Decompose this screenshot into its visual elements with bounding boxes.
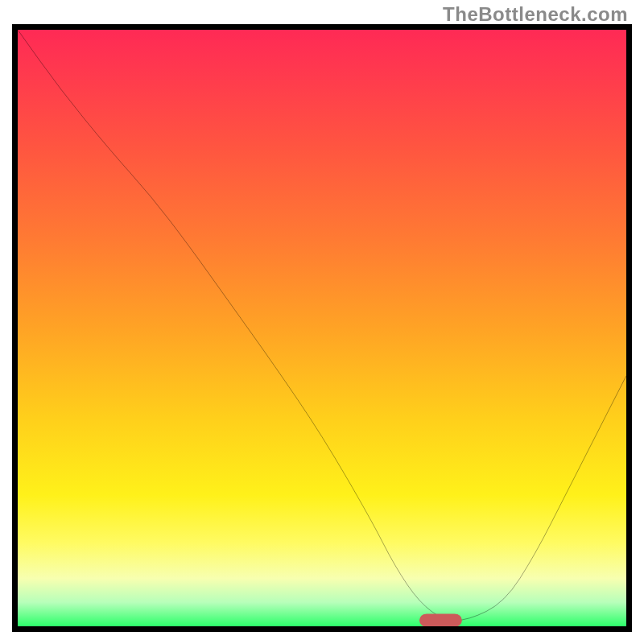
chart-frame: TheBottleneck.com — [0, 0, 644, 644]
watermark-text: TheBottleneck.com — [443, 3, 628, 26]
bottleneck-curve — [18, 30, 626, 626]
plot-area — [12, 24, 632, 632]
optimal-marker — [419, 613, 462, 626]
